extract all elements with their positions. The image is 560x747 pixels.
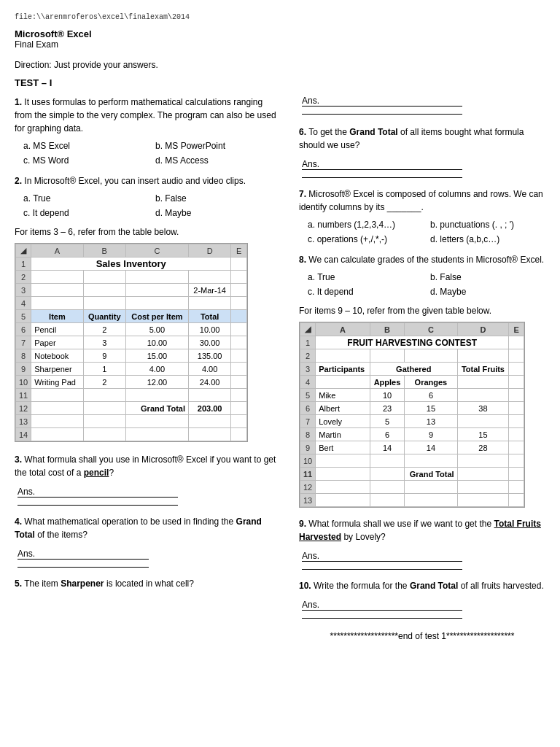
fruit-row-9: 9 [300, 441, 316, 454]
cell-e10 [231, 376, 247, 389]
cell-e5 [231, 310, 247, 323]
question-2: 2. In Microsoft® Excel, you can insert a… [15, 174, 280, 220]
qty-sharpener: 1 [83, 363, 125, 376]
row-3: 3 [16, 284, 31, 297]
qty-paper: 3 [83, 336, 125, 349]
fruit-subh-apples: Apples [370, 376, 404, 389]
header-quantity: Quantity [83, 310, 125, 323]
row-6: 6 [16, 323, 31, 336]
cell-d4 [188, 297, 230, 310]
fruit-row-5: 5 [300, 389, 316, 402]
cell-e13 [231, 415, 247, 428]
fruit-cell-b11 [370, 468, 404, 481]
q1-choice-c: c. MS Word [23, 154, 148, 167]
ans-10: Ans. [299, 600, 545, 621]
fruit-martin-total: 15 [457, 428, 509, 441]
fruit-lovely-oranges: 13 [405, 415, 457, 428]
q4-text: What mathematical operation to be used i… [24, 516, 233, 527]
q7-choice-b: b. punctuations (. , ; ') [430, 218, 545, 231]
fruit-subh-total [457, 376, 509, 389]
fruit-albert-total: 38 [457, 402, 509, 415]
cell-d2 [188, 271, 230, 284]
fruit-cell-b13 [370, 494, 404, 507]
header-cost: Cost per Item [125, 310, 188, 323]
q10-suffix: of all fruits harvested. [461, 581, 544, 591]
fruit-row-2: 2 [300, 349, 316, 363]
ans-label-10: Ans. [302, 600, 462, 611]
fruit-mike-oranges: 6 [405, 389, 457, 402]
fruit-cell-c12 [405, 481, 457, 494]
col-corner: ◢ [16, 244, 31, 258]
direction-text: Direction: Just provide your answers. [15, 60, 545, 70]
q1-choices: a. MS Excel b. MS PowerPoint c. MS Word … [23, 139, 280, 167]
fruit-col-a: A [316, 323, 370, 336]
q8-choice-c: c. It depend [308, 285, 423, 298]
fruit-cell-a2 [316, 349, 370, 363]
q2-choice-a: a. True [23, 192, 148, 205]
fruit-row-13: 13 [300, 494, 316, 507]
grand-total-value: 203.00 [188, 402, 230, 415]
fruit-cell-e5 [509, 389, 524, 402]
fruit-row-12: 12 [300, 481, 316, 494]
fruit-cell-c10 [405, 454, 457, 468]
q2-choice-c: c. It depend [23, 206, 148, 220]
fruit-cell-e9 [509, 441, 524, 454]
cell-d14 [188, 428, 230, 441]
q5-bold: Sharpener [61, 578, 104, 589]
cell-c2 [125, 271, 188, 284]
cell-a14 [31, 428, 83, 441]
q6-text1: To get the [308, 127, 347, 137]
fruit-cell-b10 [370, 454, 404, 468]
cell-e4 [231, 297, 247, 310]
q3-bold: pencil [84, 468, 109, 478]
row-5: 5 [16, 310, 31, 323]
q2-choice-d: d. Maybe [155, 206, 280, 220]
q8-choice-b: b. False [430, 271, 545, 284]
cell-e7 [231, 336, 247, 349]
fruit-row-6: 6 [300, 402, 316, 415]
row-2: 2 [16, 271, 31, 284]
qty-pencil: 2 [83, 323, 125, 336]
q5-suffix: is located in what cell? [106, 578, 194, 589]
fruit-row-1: 1 [300, 336, 316, 349]
fruit-albert-apples: 23 [370, 402, 404, 415]
q1-text: It uses formulas to perform mathematical… [15, 97, 276, 133]
question-4: 4. What mathematical operation to be use… [15, 515, 280, 541]
fruit-cell-e1 [509, 336, 524, 349]
cell-c3 [125, 284, 188, 297]
cell-c4 [125, 297, 188, 310]
cell-b12 [83, 402, 125, 415]
total-pencil: 10.00 [188, 323, 230, 336]
q7-text: Microsoft® Excel is composed of columns … [299, 189, 543, 212]
fruit-albert-oranges: 15 [405, 402, 457, 415]
row-11: 11 [16, 389, 31, 402]
cell-b13 [83, 415, 125, 428]
question-1: 1. It uses formulas to perform mathemati… [15, 96, 280, 167]
ans-label-5: Ans. [302, 96, 462, 107]
fruit-cell-d10 [457, 454, 509, 468]
row-8: 8 [16, 349, 31, 363]
item-paper: Paper [31, 336, 83, 349]
qty-notebook: 9 [83, 349, 125, 363]
row-7: 7 [16, 336, 31, 349]
row-4: 4 [16, 297, 31, 310]
file-path: file:\\arenmroferos\excel\finalexam\2014 [15, 13, 545, 21]
exam-label: Final Exam [15, 39, 545, 50]
fruit-row-8: 8 [300, 428, 316, 441]
col-d: D [188, 244, 230, 258]
question-8: 8. We can calculate grades of the studen… [299, 253, 545, 298]
fruit-albert: Albert [316, 402, 370, 415]
q5-text: The item [24, 578, 58, 589]
cell-e3 [231, 284, 247, 297]
question-7: 7. Microsoft® Excel is composed of colum… [299, 187, 545, 246]
fruit-cell-c2 [405, 349, 457, 363]
col-a: A [31, 244, 83, 258]
fruit-header-participants: Participants [316, 363, 370, 376]
cell-b4 [83, 297, 125, 310]
sales-table: ◢ A B C D E 1 Sales Inventory [15, 243, 248, 442]
fruit-bert: Bert [316, 441, 370, 454]
fruit-cell-e4 [509, 376, 524, 389]
q10-bold: Grand Total [410, 581, 458, 591]
fruit-grand-total-label: Grand Total [405, 468, 457, 481]
fruit-header-total: Total Fruits [457, 363, 509, 376]
